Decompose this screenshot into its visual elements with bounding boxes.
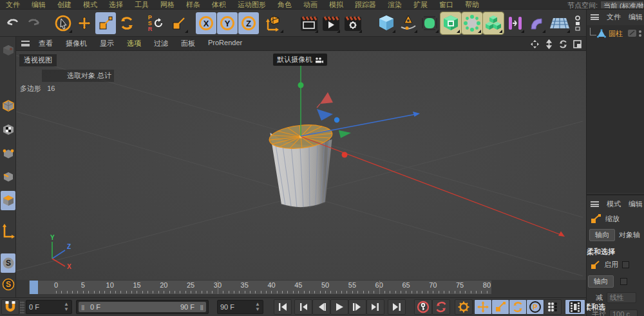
zoom-view-icon[interactable] xyxy=(544,39,554,49)
render-view-button[interactable] xyxy=(299,12,319,34)
rotate-tool-button[interactable] xyxy=(117,12,137,34)
prev-key-button[interactable] xyxy=(294,299,312,315)
current-frame-field[interactable]: 0 F▲▼ xyxy=(26,300,72,314)
key-pla-button[interactable] xyxy=(544,299,562,315)
volume-builder-button[interactable] xyxy=(483,12,504,34)
snap-button[interactable] xyxy=(1,299,19,315)
menubar-item-9[interactable]: 运动图形 xyxy=(238,0,266,10)
attr-menu-mode[interactable]: 模式 xyxy=(607,199,621,209)
menubar-item-13[interactable]: 跟踪器 xyxy=(355,0,376,10)
maximize-view-icon[interactable] xyxy=(572,39,582,49)
key-rotation-button[interactable] xyxy=(509,299,527,315)
spline-pen-button[interactable] xyxy=(398,12,419,34)
deformer-sphere-button[interactable] xyxy=(462,12,482,34)
menubar-item-2[interactable]: 创建 xyxy=(57,0,71,10)
menubar-item-8[interactable]: 体积 xyxy=(212,0,226,10)
range-right-handle[interactable]: ‖ xyxy=(200,304,204,311)
tab-object-axis[interactable]: 对象轴 xyxy=(619,230,640,240)
object-visibility-dots-icon[interactable] xyxy=(638,30,642,37)
bend-deformer-button[interactable] xyxy=(526,12,547,34)
menubar-item-5[interactable]: 工具 xyxy=(135,0,149,10)
menubar-item-7[interactable]: 样条 xyxy=(186,0,200,10)
range-left-handle[interactable]: ‖ xyxy=(81,304,84,311)
scale-axis-button[interactable] xyxy=(169,12,189,34)
viewport-menu-item-4[interactable]: 过滤 xyxy=(154,39,168,48)
menubar-item-15[interactable]: 扩展 xyxy=(413,0,428,10)
edge-mode-button[interactable] xyxy=(1,167,15,186)
object-manager-menu-icon[interactable] xyxy=(591,14,599,20)
attribute-menu-icon[interactable] xyxy=(591,201,599,207)
menubar-item-3[interactable]: 模式 xyxy=(83,0,97,10)
menubar-item-11[interactable]: 动画 xyxy=(303,0,317,10)
object-edit-state-icon[interactable] xyxy=(628,30,637,37)
goto-end-button[interactable] xyxy=(388,299,406,315)
render-picture-viewer-button[interactable] xyxy=(321,12,341,34)
gizmo-y-handle[interactable] xyxy=(298,83,304,88)
viewport-menu-item-5[interactable]: 面板 xyxy=(181,39,195,48)
viewport-menu-item-1[interactable]: 摄像机 xyxy=(66,39,87,48)
model-mode-button[interactable] xyxy=(1,96,15,115)
enable-axis-button[interactable] xyxy=(1,221,15,244)
fields-button[interactable] xyxy=(505,12,526,34)
viewport-solo-single-button[interactable]: S xyxy=(1,275,15,294)
redo-button[interactable] xyxy=(23,12,44,34)
spinner-icon[interactable]: ▲▼ xyxy=(255,302,260,312)
timeline-ruler[interactable]: 05101520253035404550556065707580 xyxy=(29,281,491,294)
menubar-item-16[interactable]: 窗口 xyxy=(439,0,453,10)
viewport-menu-item-3[interactable]: 选项 xyxy=(127,39,141,48)
timeline-playhead[interactable] xyxy=(30,281,38,294)
toolbar-overflow-button[interactable] xyxy=(573,12,583,34)
viewport-menu-item-2[interactable]: 显示 xyxy=(100,39,114,48)
pan-view-icon[interactable] xyxy=(529,39,540,49)
keyframe-settings-button[interactable] xyxy=(455,299,473,315)
viewport-menu-item-6[interactable]: ProRender xyxy=(208,39,242,48)
coordinate-system-button[interactable] xyxy=(261,12,285,34)
key-parameter-button[interactable]: P xyxy=(526,299,544,315)
gizmo-z-axis[interactable] xyxy=(301,114,416,136)
move-gizmo[interactable] xyxy=(298,64,565,237)
prev-frame-button[interactable] xyxy=(312,299,330,315)
menubar-item-14[interactable]: 渲染 xyxy=(388,0,402,10)
next-key-button[interactable] xyxy=(366,299,384,315)
goto-start-button[interactable] xyxy=(274,299,292,315)
menubar-item-17[interactable]: 帮助 xyxy=(465,0,479,10)
primitive-cube-button[interactable] xyxy=(376,12,397,34)
frame-range-slider[interactable]: ‖ 0 F 90 F ‖ xyxy=(76,300,209,314)
record-key-button[interactable] xyxy=(414,299,432,315)
tab-axis[interactable]: 轴向 xyxy=(589,229,615,241)
bottom-grip[interactable] xyxy=(20,301,24,313)
y-axis-button[interactable]: Y xyxy=(217,12,238,34)
play-button[interactable] xyxy=(330,299,348,315)
range-bar[interactable]: ‖ 0 F 90 F ‖ xyxy=(79,302,206,312)
viewport-solo-off-button[interactable]: S xyxy=(1,253,15,273)
key-scale-button[interactable] xyxy=(491,299,509,315)
viewport-menu-item-0[interactable]: 查看 xyxy=(39,39,53,48)
menubar-item-1[interactable]: 编辑 xyxy=(32,0,46,10)
undo-button[interactable] xyxy=(3,12,23,34)
move-tool-button[interactable] xyxy=(74,12,95,34)
viewport-menu-icon[interactable] xyxy=(21,41,30,46)
live-selection-button[interactable] xyxy=(53,12,73,34)
om-menu-edit[interactable]: 编辑 xyxy=(629,12,643,22)
scale-tool-button[interactable] xyxy=(95,12,116,34)
menubar-item-12[interactable]: 模拟 xyxy=(329,0,343,10)
autokey-button[interactable] xyxy=(432,299,450,315)
radius-field[interactable]: 100 c xyxy=(609,310,638,316)
gizmo-x-handle[interactable] xyxy=(342,152,348,158)
menubar-item-0[interactable]: 文件 xyxy=(6,0,20,10)
gizmo-z-handle[interactable] xyxy=(334,117,339,123)
camera-hud[interactable]: 默认摄像机 xyxy=(273,54,327,66)
falloff-dropdown[interactable]: 线性 xyxy=(607,292,636,303)
axis-checkbox[interactable] xyxy=(620,278,627,285)
object-name[interactable]: 圆柱 xyxy=(609,29,623,39)
make-editable-button[interactable] xyxy=(1,41,15,60)
object-row-cylinder[interactable]: 圆柱 xyxy=(587,28,644,39)
point-mode-button[interactable] xyxy=(1,144,15,163)
key-position-button[interactable] xyxy=(474,299,492,315)
subdivision-surface-button[interactable] xyxy=(419,12,440,34)
psr-reset-button[interactable]: P S R xyxy=(144,12,167,34)
attr-menu-edit[interactable]: 编辑 xyxy=(629,199,643,209)
menubar-item-4[interactable]: 选择 xyxy=(109,0,123,10)
viewport[interactable]: 透视视图 选取对象 总计 多边形 16 默认摄像机 Y Z X xyxy=(16,51,586,280)
timeline-mode-button[interactable] xyxy=(565,299,585,315)
